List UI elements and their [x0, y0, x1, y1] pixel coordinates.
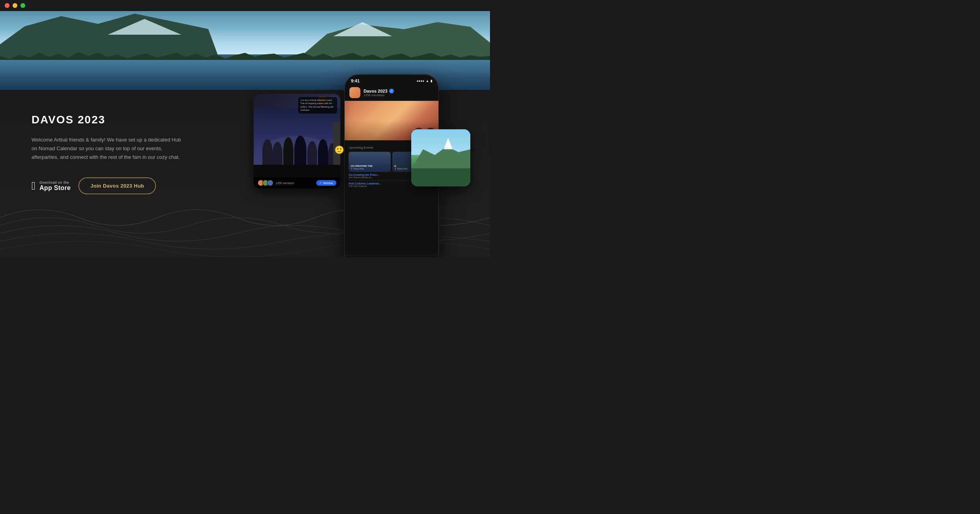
- conf-member-count: 1256 members: [276, 182, 294, 184]
- event-1-loc: 📍 Davos Platz: [351, 168, 389, 170]
- event-1-title: CO-CREATING THE: [351, 165, 389, 168]
- hub-profile: Davos 2023 ✓ 1256 members: [345, 85, 438, 101]
- pin-icon: 📍: [351, 168, 353, 170]
- wifi-icon: ▲: [426, 79, 429, 83]
- verified-badge: ✓: [389, 89, 394, 93]
- traffic-light-maximize[interactable]: [20, 3, 25, 8]
- upcoming-event-1[interactable]: CO-CREATING THE 📍 Davos Platz: [349, 152, 391, 171]
- landscape-card: [411, 129, 470, 186]
- join-hub-button[interactable]: Join Davos 2023 Hub: [78, 177, 156, 194]
- phone-status-bar: 9:41 ●●●● ▲ ▮: [345, 74, 438, 85]
- app-store-label: App Store: [39, 184, 71, 192]
- left-content: DAVOS 2023 Welcome Artbat friends & fami…: [32, 114, 181, 194]
- conference-panel: y is at a critical inflection point. The…: [254, 94, 340, 188]
- conference-member-row: 1256 members ✓ Member: [254, 177, 340, 188]
- hub-name: Davos 2023: [364, 89, 388, 93]
- conf-member-button[interactable]: ✓ Member: [316, 180, 336, 186]
- hub-info: Davos 2023 ✓ 1256 members: [364, 89, 434, 97]
- main-content: DAVOS 2023 Welcome Artbat friends & fami…: [0, 90, 490, 257]
- page-description: Welcome Artbat friends & family! We have…: [32, 136, 181, 162]
- apple-icon: : [32, 181, 35, 192]
- traffic-light-minimize[interactable]: [13, 3, 17, 8]
- phone-nav-bar: ⏱ Timeline ◯ Hubs + 💬 Chat 👤 Friend: [345, 255, 438, 257]
- phone-area: y is at a critical inflection point. The…: [234, 50, 478, 257]
- pin-icon-2: 📍: [394, 168, 397, 170]
- app-store-text: Download on the App Store: [39, 181, 71, 192]
- signal-icon: ●●●●: [417, 79, 424, 83]
- battery-icon: ▮: [431, 79, 432, 83]
- traffic-light-close[interactable]: [5, 3, 9, 8]
- app-store-button[interactable]:  Download on the App Store: [32, 181, 71, 192]
- page-title: DAVOS 2023: [32, 114, 181, 126]
- hub-name-row: Davos 2023 ✓: [364, 89, 434, 93]
- status-icons: ●●●● ▲ ▮: [417, 79, 432, 83]
- hub-members: 1256 members: [364, 93, 434, 97]
- download-on-label: Download on the: [39, 181, 71, 184]
- emoji-reaction: 🙂: [334, 145, 344, 155]
- window-chrome: [0, 0, 490, 11]
- status-time: 9:41: [351, 78, 360, 83]
- conf-desc-text: y is at a critical inflection point. The…: [301, 99, 335, 112]
- hub-avatar: [349, 87, 360, 98]
- cta-buttons:  Download on the App Store Join Davos 2…: [32, 177, 181, 194]
